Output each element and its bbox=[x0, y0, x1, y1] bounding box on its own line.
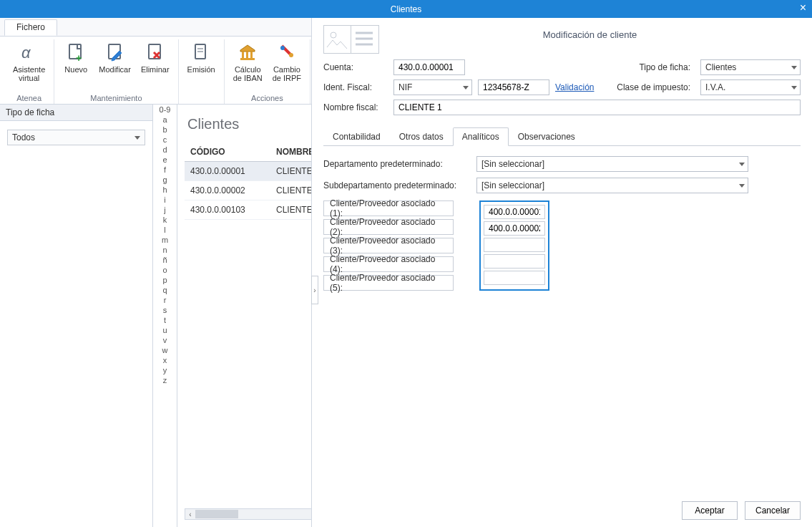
alpha-y[interactable]: y bbox=[153, 365, 177, 375]
window-title: Clientes bbox=[391, 4, 421, 14]
alpha-q[interactable]: q bbox=[153, 285, 177, 295]
asoc-input-5[interactable] bbox=[484, 271, 545, 285]
svg-rect-10 bbox=[250, 52, 253, 58]
alpha-n[interactable]: n bbox=[153, 245, 177, 255]
tab-fichero[interactable]: Fichero bbox=[4, 19, 57, 36]
alpha-i[interactable]: i bbox=[153, 195, 177, 205]
tab-otros-datos[interactable]: Otros datos bbox=[390, 127, 453, 146]
ident-type-combo[interactable]: NIF bbox=[393, 79, 472, 95]
svg-text:+: + bbox=[76, 52, 82, 62]
new-icon: + bbox=[64, 41, 87, 64]
photo-icon bbox=[324, 26, 351, 53]
alpha-r[interactable]: r bbox=[153, 295, 177, 305]
asoc-label-4[interactable]: Cliente/Proveedor asociado (4): bbox=[323, 256, 454, 272]
svg-point-13 bbox=[289, 53, 293, 57]
close-icon[interactable]: × bbox=[800, 1, 806, 14]
alpha-o[interactable]: o bbox=[153, 265, 177, 275]
subdepartamento-combo[interactable]: [Sin seleccionar] bbox=[476, 178, 748, 193]
alpha-ñ[interactable]: ñ bbox=[153, 255, 177, 265]
alpha-f[interactable]: f bbox=[153, 165, 177, 175]
aceptar-button[interactable]: Aceptar bbox=[682, 501, 738, 520]
alpha-icon: α bbox=[18, 41, 41, 64]
alpha-s[interactable]: s bbox=[153, 305, 177, 315]
asoc-label-5[interactable]: Cliente/Proveedor asociado (5): bbox=[323, 275, 454, 291]
dialog-tabs: ContabilidadOtros datosAnalíticosObserva… bbox=[323, 127, 801, 146]
label-clase-imp: Clase de impuesto: bbox=[616, 82, 695, 92]
alpha-m[interactable]: m bbox=[153, 235, 177, 245]
alpha-g[interactable]: g bbox=[153, 175, 177, 185]
alpha-k[interactable]: k bbox=[153, 215, 177, 225]
svg-text:α: α bbox=[21, 44, 31, 62]
tax-icon bbox=[275, 41, 298, 64]
tab-observaciones[interactable]: Observaciones bbox=[509, 127, 584, 146]
asistente-virtual-button[interactable]: α Asistente virtual bbox=[9, 39, 49, 84]
scroll-left-icon[interactable]: ‹ bbox=[185, 509, 195, 519]
alpha-e[interactable]: e bbox=[153, 155, 177, 165]
alpha-x[interactable]: x bbox=[153, 355, 177, 365]
alpha-w[interactable]: w bbox=[153, 345, 177, 355]
cuenta-input[interactable] bbox=[393, 59, 465, 75]
nuevo-button[interactable]: + Nuevo bbox=[59, 39, 93, 75]
alpha-j[interactable]: j bbox=[153, 205, 177, 215]
alpha-l[interactable]: l bbox=[153, 225, 177, 235]
clase-imp-combo[interactable]: I.V.A. bbox=[700, 79, 801, 95]
print-icon bbox=[190, 41, 212, 64]
svg-point-19 bbox=[331, 32, 336, 38]
asoc-input-4[interactable] bbox=[484, 254, 545, 269]
alpha-v[interactable]: v bbox=[153, 335, 177, 345]
asoc-input-3[interactable] bbox=[484, 238, 545, 252]
dialog-title: Modificación de cliente bbox=[379, 25, 801, 40]
alpha-b[interactable]: b bbox=[153, 125, 177, 135]
alpha-p[interactable]: p bbox=[153, 275, 177, 285]
nombre-input[interactable] bbox=[393, 100, 801, 115]
scroll-thumb[interactable] bbox=[195, 510, 238, 518]
image-placeholder[interactable] bbox=[323, 25, 379, 54]
svg-rect-9 bbox=[246, 52, 248, 58]
collapse-handle[interactable]: › bbox=[311, 276, 318, 304]
alpha-c[interactable]: c bbox=[153, 135, 177, 145]
alpha-h[interactable]: h bbox=[153, 185, 177, 195]
asoc-input-2[interactable] bbox=[484, 221, 545, 236]
ficha-type-header: Tipo de ficha bbox=[0, 105, 152, 121]
col-codigo[interactable]: CÓDIGO bbox=[185, 142, 270, 162]
label-cuenta: Cuenta: bbox=[323, 62, 388, 72]
group-caption-atenea: Atenea bbox=[16, 92, 41, 104]
alpha-u[interactable]: u bbox=[153, 325, 177, 335]
alpha-t[interactable]: t bbox=[153, 315, 177, 325]
svg-rect-11 bbox=[240, 58, 255, 60]
asoc-label-3[interactable]: Cliente/Proveedor asociado (3): bbox=[323, 238, 454, 253]
tab-contabilidad[interactable]: Contabilidad bbox=[323, 127, 390, 146]
chevron-down-icon bbox=[134, 136, 140, 140]
chevron-down-icon bbox=[463, 86, 469, 90]
modificar-button[interactable]: Modificar bbox=[94, 39, 135, 75]
todos-combo[interactable]: Todos bbox=[7, 130, 145, 145]
cancelar-button[interactable]: Cancelar bbox=[745, 501, 801, 520]
asoc-label-2[interactable]: Cliente/Proveedor asociado (2): bbox=[323, 219, 454, 235]
validacion-link[interactable]: Validación bbox=[555, 82, 594, 92]
chevron-down-icon bbox=[739, 184, 745, 188]
cambio-irpf-button[interactable]: Cambio de IRPF bbox=[268, 39, 305, 84]
label-subdepartamento: Subdepartamento predeterminado: bbox=[323, 180, 476, 190]
left-panel: Tipo de ficha Todos bbox=[0, 105, 153, 527]
tipo-ficha-combo[interactable]: Clientes bbox=[700, 59, 801, 75]
edit-icon bbox=[104, 41, 127, 64]
ident-num-input[interactable] bbox=[478, 79, 549, 95]
alpha-d[interactable]: d bbox=[153, 145, 177, 155]
label-nombre: Nombre fiscal: bbox=[323, 102, 388, 112]
svg-point-12 bbox=[280, 46, 285, 50]
label-tipo-ficha: Tipo de ficha: bbox=[616, 62, 695, 72]
chevron-down-icon bbox=[791, 66, 797, 69]
alpha-a[interactable]: a bbox=[153, 115, 177, 125]
tab-analíticos[interactable]: Analíticos bbox=[453, 127, 509, 146]
eliminar-button[interactable]: Eliminar bbox=[137, 39, 174, 75]
departamento-combo[interactable]: [Sin seleccionar] bbox=[476, 156, 748, 172]
asoc-input-1[interactable] bbox=[484, 205, 545, 219]
calculo-iban-button[interactable]: Cálculo de IBAN bbox=[229, 39, 267, 84]
alpha-z[interactable]: z bbox=[153, 375, 177, 385]
emision-button[interactable]: Emisión bbox=[183, 39, 220, 75]
todos-value: Todos bbox=[12, 132, 35, 142]
label-ident: Ident. Fiscal: bbox=[323, 82, 388, 92]
alpha-0-9[interactable]: 0-9 bbox=[153, 105, 177, 115]
asoc-label-1[interactable]: Cliente/Proveedor asociado (1): bbox=[323, 200, 454, 216]
chevron-down-icon bbox=[739, 163, 745, 166]
